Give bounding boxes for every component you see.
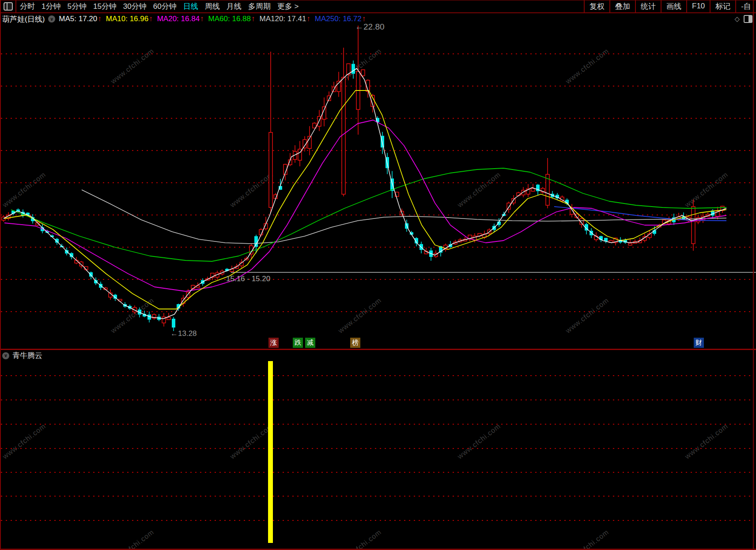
ma-value: MA5: 17.20↑: [59, 15, 101, 23]
price-annotation: ←13.28: [170, 329, 197, 338]
ma-value: MA120: 17.41↑: [260, 15, 310, 23]
badge-涨[interactable]: 涨: [268, 338, 279, 348]
sub-panel-header: ∨ 青牛腾云: [2, 350, 42, 361]
period-tab-30分钟[interactable]: 30分钟: [123, 1, 147, 11]
ma-line-MA5: [4, 68, 726, 319]
tool-button-标记[interactable]: 标记: [710, 0, 735, 12]
tool-button-统计[interactable]: 统计: [635, 0, 661, 12]
indicator-info-bar: 葫芦娃(日线) ∨ MA5: 17.20↑MA10: 16.96↑MA20: 1…: [0, 13, 756, 25]
level-line-label: 15.16 - 15.20: [226, 275, 270, 283]
candles: [2, 26, 724, 331]
badge-榜[interactable]: 榜: [350, 338, 360, 348]
ma-line-MA120: [82, 190, 726, 244]
up-arrow-icon: ↑: [362, 15, 366, 23]
up-arrow-icon: ↑: [251, 15, 255, 23]
tool-button-F10[interactable]: F10: [686, 0, 710, 12]
tool-button-画线[interactable]: 画线: [661, 0, 686, 12]
top-border: [0, 0, 756, 0]
period-tab-日线[interactable]: 日线: [183, 1, 198, 11]
window-split-icon[interactable]: [4, 2, 13, 11]
period-toolbar: 分时1分钟5分钟15分钟30分钟60分钟日线周线月线多周期更多 > 复权叠加统计…: [0, 0, 756, 13]
up-arrow-icon: ↑: [149, 15, 153, 23]
toolbar-divider: [15, 0, 16, 12]
panel-separator: [0, 349, 756, 350]
tool-button-复权[interactable]: 复权: [584, 0, 609, 12]
ma-line-MA60: [11, 168, 726, 261]
badge-减[interactable]: 减: [305, 338, 315, 348]
badge-财[interactable]: 财: [694, 338, 704, 348]
ma-value: MA60: 16.88↑: [208, 15, 255, 23]
sub-indicator-title: 青牛腾云: [12, 350, 42, 361]
up-arrow-icon: ↑: [98, 15, 102, 23]
period-tab-更多 >[interactable]: 更多 >: [277, 1, 299, 11]
period-tab-15分钟[interactable]: 15分钟: [93, 1, 117, 11]
period-tab-1分钟[interactable]: 1分钟: [42, 1, 60, 11]
diamond-icon[interactable]: ◇: [734, 15, 740, 23]
kline-chart-canvas[interactable]: [0, 0, 756, 550]
ma-value: MA10: 16.96↑: [106, 15, 153, 23]
badge-跌[interactable]: 跌: [293, 338, 303, 348]
period-tab-60分钟[interactable]: 60分钟: [153, 1, 177, 11]
chevron-down-circle-icon[interactable]: ∨: [48, 15, 55, 23]
tool-button-叠加[interactable]: 叠加: [609, 0, 635, 12]
up-arrow-icon: ↑: [306, 15, 310, 23]
ma-values: MA5: 17.20↑MA10: 16.96↑MA20: 16.84↑MA60:…: [59, 15, 370, 23]
tools-menu: 复权叠加统计画线F10标记-自: [584, 0, 756, 12]
signal-bar: [268, 361, 273, 543]
period-tab-周线[interactable]: 周线: [205, 1, 220, 11]
ma-value: MA20: 16.84↑: [157, 15, 204, 23]
period-tab-多周期[interactable]: 多周期: [248, 1, 271, 11]
period-menu: 分时1分钟5分钟15分钟30分钟60分钟日线周线月线多周期更多 >: [20, 1, 299, 11]
period-tab-5分钟[interactable]: 5分钟: [67, 1, 86, 11]
up-arrow-icon: ↑: [200, 15, 204, 23]
period-tab-月线[interactable]: 月线: [227, 1, 242, 11]
ma-line-MA20: [4, 120, 726, 291]
ma-value: MA250: 16.72↑: [315, 15, 366, 23]
period-tab-分时[interactable]: 分时: [20, 1, 35, 11]
left-border: [0, 0, 1, 550]
panel-toggle-icon[interactable]: [744, 15, 752, 23]
chevron-down-circle-icon[interactable]: ∨: [2, 352, 9, 359]
right-border: [753, 0, 754, 550]
stock-title: 葫芦娃(日线): [2, 14, 45, 24]
